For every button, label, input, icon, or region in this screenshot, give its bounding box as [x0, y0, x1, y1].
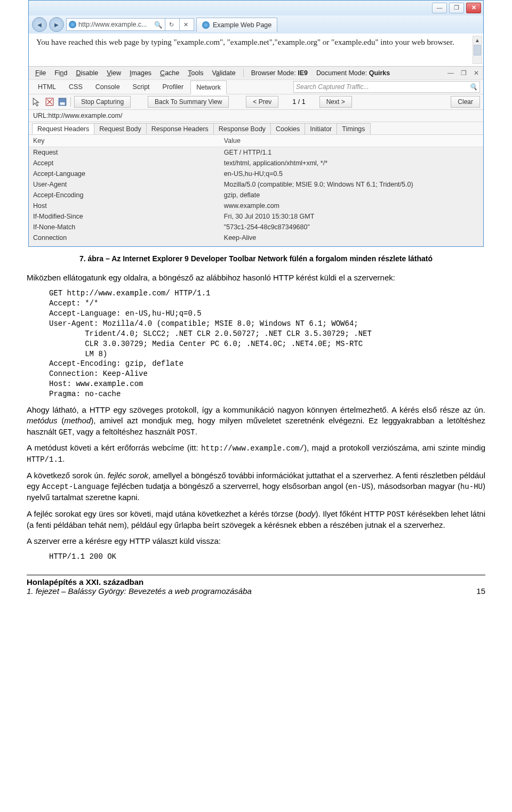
table-row: Accepttext/html, application/xhtml+xml, …	[29, 158, 483, 168]
menu-validate[interactable]: Validate	[209, 69, 238, 77]
save-icon[interactable]	[58, 97, 67, 107]
page-number: 15	[476, 586, 485, 596]
pager-count: 1 / 1	[282, 98, 316, 106]
menu-file[interactable]: File	[32, 69, 49, 77]
minimize-button[interactable]: —	[432, 3, 447, 13]
clear-cache-icon[interactable]	[45, 97, 54, 107]
tab-script[interactable]: Script	[127, 80, 156, 94]
dev-minimize-icon[interactable]: —	[447, 69, 454, 77]
tab-console[interactable]: Console	[90, 80, 126, 94]
dev-toolbar-row: Stop Capturing Back To Summary View < Pr…	[29, 94, 483, 110]
subtab-response-body[interactable]: Response Body	[213, 123, 271, 134]
forward-arrow-icon[interactable]: ►	[49, 17, 64, 32]
footer-title: Honlapépítés a XXI. században	[27, 577, 252, 586]
dev-main-tabs: HTML CSS Console Script Profiler Network…	[29, 79, 483, 94]
subtab-timings[interactable]: Timings	[337, 123, 370, 134]
tab-title: Example Web Page	[213, 21, 271, 29]
menu-find[interactable]: Find	[51, 69, 70, 77]
next-button[interactable]: Next >	[319, 96, 352, 108]
paragraph-6: A szerver erre a kérésre egy HTTP válasz…	[27, 536, 485, 546]
subtab-initiator[interactable]: Initiator	[305, 123, 337, 134]
clear-button[interactable]: Clear	[451, 96, 480, 108]
refresh-icon[interactable]: ↻	[165, 19, 177, 30]
paragraph-2: Ahogy látható, a HTTP egy szöveges proto…	[27, 405, 485, 437]
url-row: URL:http://www.example.com/	[29, 110, 483, 122]
table-row: Accept-Encodinggzip, deflate	[29, 190, 483, 200]
stop-icon[interactable]: ✕	[179, 19, 191, 30]
address-text: http://www.example.c...	[78, 21, 147, 28]
scroll-up-icon[interactable]: ▲	[473, 36, 482, 45]
paragraph-5: A fejléc sorokat egy üres sor követi, ma…	[27, 509, 485, 530]
subtab-response-headers[interactable]: Response Headers	[146, 123, 214, 134]
paragraph-4: A következő sorok ún. fejléc sorok, amel…	[27, 470, 485, 503]
paragraph-3: A metódust követi a kért erőforrás webcí…	[27, 443, 485, 465]
page-content-area: You have reached this web page by typing…	[29, 34, 483, 66]
ie-favicon-icon	[202, 21, 210, 29]
table-row: ConnectionKeep-Alive	[29, 232, 483, 243]
dev-menu-bar: File Find Disable View Images Cache Tool…	[29, 67, 483, 79]
menu-disable[interactable]: Disable	[73, 69, 101, 77]
back-to-summary-button[interactable]: Back To Summary View	[148, 96, 229, 108]
paragraph-1: Miközben ellátogatunk egy oldalra, a bön…	[27, 272, 485, 283]
dev-close-icon[interactable]: ✕	[473, 69, 480, 77]
stop-capturing-button[interactable]: Stop Capturing	[74, 96, 131, 108]
footer-subtitle: 1. fejezet – Balássy György: Bevezetés a…	[27, 586, 252, 596]
address-bar-row: ◄ ► http://www.example.c... 🔍 ↻ ✕ Exampl…	[29, 15, 483, 34]
url-value: http://www.example.com/	[48, 112, 122, 119]
window-titlebar: — ❐ ✕	[29, 1, 483, 15]
tab-profiler[interactable]: Profiler	[157, 80, 190, 94]
table-row: Hostwww.example.com	[29, 200, 483, 211]
search-mag-icon[interactable]: 🔍	[154, 21, 163, 29]
subtab-cookies[interactable]: Cookies	[270, 123, 305, 134]
prev-button[interactable]: < Prev	[246, 96, 278, 108]
code-block-request: GET http://www.example.com/ HTTP/1.1 Acc…	[49, 288, 485, 399]
search-icon: 🔍	[469, 83, 477, 91]
menu-tools[interactable]: Tools	[185, 69, 206, 77]
request-headers-table: Key Value RequestGET / HTTP/1.1Accepttex…	[29, 135, 483, 243]
svg-rect-2	[60, 102, 65, 105]
tab-html[interactable]: HTML	[32, 80, 62, 94]
page-footer: Honlapépítés a XXI. században 1. fejezet…	[27, 575, 485, 596]
table-row: If-Modified-SinceFri, 30 Jul 2010 15:30:…	[29, 211, 483, 222]
table-row: Accept-Languageen-US,hu-HU;q=0.5	[29, 168, 483, 179]
menu-cache[interactable]: Cache	[157, 69, 182, 77]
scroll-thumb[interactable]	[474, 45, 481, 55]
code-block-response: HTTP/1.1 200 OK	[49, 552, 485, 562]
page-body-text: You have reached this web page by typing…	[36, 38, 454, 46]
page-favicon-icon	[69, 21, 76, 28]
search-captured-input[interactable]: Search Captured Traffic... 🔍	[293, 81, 480, 93]
browser-tab[interactable]: Example Web Page	[196, 18, 277, 32]
subtab-request-headers[interactable]: Request Headers	[32, 123, 94, 134]
table-row: User-AgentMozilla/5.0 (compatible; MSIE …	[29, 179, 483, 190]
dev-sub-tabs: Request Headers Request Body Response He…	[29, 122, 483, 135]
document-mode-label[interactable]: Document Mode: Quirks	[313, 69, 393, 77]
table-row: RequestGET / HTTP/1.1	[29, 147, 483, 158]
address-field[interactable]: http://www.example.c... 🔍 ↻ ✕	[66, 18, 194, 31]
menu-view[interactable]: View	[103, 69, 124, 77]
back-arrow-icon[interactable]: ◄	[32, 17, 47, 32]
page-scrollbar[interactable]: ▲	[473, 36, 482, 64]
ie9-window: — ❐ ✕ ◄ ► http://www.example.c... 🔍 ↻ ✕ …	[28, 0, 484, 247]
col-key: Key	[29, 135, 220, 147]
col-value: Value	[220, 135, 483, 147]
tab-network[interactable]: Network	[190, 81, 227, 94]
tab-css[interactable]: CSS	[63, 80, 89, 94]
maximize-button[interactable]: ❐	[449, 3, 464, 13]
pointer-icon[interactable]	[32, 97, 42, 107]
subtab-request-body[interactable]: Request Body	[94, 123, 147, 134]
close-button[interactable]: ✕	[466, 3, 481, 13]
browser-mode-label[interactable]: Browser Mode: IE9	[248, 69, 311, 77]
figure-caption: 7. ábra – Az Internet Explorer 9 Develop…	[27, 254, 485, 263]
menu-images[interactable]: Images	[126, 69, 155, 77]
search-placeholder: Search Captured Traffic...	[296, 83, 369, 91]
developer-toolbar: File Find Disable View Images Cache Tool…	[29, 66, 483, 246]
url-label: URL:	[33, 112, 48, 119]
table-row: If-None-Match"573c1-254-48c9c87349680"	[29, 222, 483, 232]
dev-restore-icon[interactable]: ❐	[460, 69, 467, 77]
